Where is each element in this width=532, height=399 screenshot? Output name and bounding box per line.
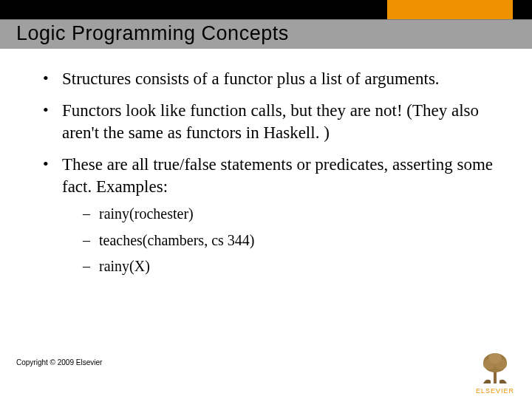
slide-content: Structures consists of a functor plus a … (43, 68, 494, 287)
svg-point-4 (488, 353, 502, 364)
bullet-text: These are all true/false statements or p… (62, 155, 493, 195)
bullet-item: These are all true/false statements or p… (43, 154, 494, 276)
copyright-text: Copyright © 2009 Elsevier (16, 358, 102, 366)
bullet-text: Functors look like function calls, but t… (62, 101, 479, 141)
bullet-text: Structures consists of a functor plus a … (62, 69, 440, 88)
tree-icon (476, 351, 514, 383)
bullet-item: Structures consists of a functor plus a … (43, 68, 494, 89)
bullet-item: Functors look like function calls, but t… (43, 100, 494, 143)
publisher-logo: ELSEVIER (471, 351, 519, 395)
sub-bullet-text: rainy(rochester) (99, 205, 194, 222)
sub-bullet-text: rainy(X) (99, 258, 150, 274)
sub-bullet-list: rainy(rochester) teaches(chambers, cs 34… (83, 205, 494, 276)
sub-bullet-item: teaches(chambers, cs 344) (83, 231, 494, 250)
publisher-name: ELSEVIER (471, 387, 519, 395)
sub-bullet-item: rainy(rochester) (83, 205, 494, 224)
slide-title: Logic Programming Concepts (16, 22, 289, 45)
sub-bullet-item: rainy(X) (83, 257, 494, 276)
sub-bullet-text: teaches(chambers, cs 344) (99, 232, 254, 248)
